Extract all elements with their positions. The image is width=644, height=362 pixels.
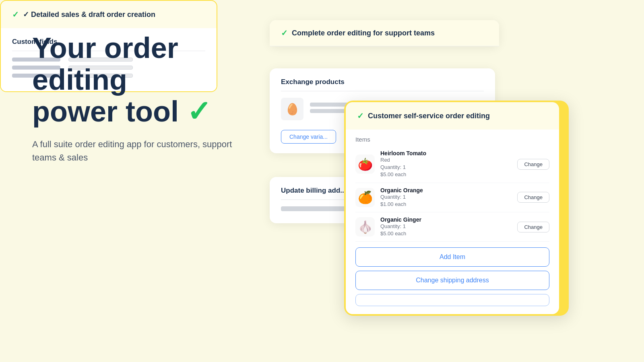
self-service-badge: ✓ Customer self-service order editing (357, 111, 548, 121)
hero-section: Your order editing power tool ✓ A full s… (32, 32, 258, 164)
card-customer-self-service: ✓ Customer self-service order editing It… (346, 102, 559, 314)
card-complete-order: ✓ Complete order editing for support tea… (270, 20, 499, 46)
orange-info: Organic Orange Quantity: 1$1.00 each (380, 187, 517, 208)
change-shipping-button[interactable]: Change shipping address (355, 271, 549, 290)
card-main-wrapper: ✓ Customer self-service order editing It… (344, 101, 569, 316)
extra-action-button[interactable] (355, 294, 549, 306)
self-service-header: ✓ Customer self-service order editing (346, 102, 559, 130)
ginger-change-button[interactable]: Change (517, 222, 549, 232)
orange-name: Organic Orange (380, 187, 517, 193)
add-item-button[interactable]: Add Item (355, 247, 549, 267)
exchange-title: Exchange products (281, 78, 484, 86)
product-row-tomato: 🍅 Heirloom Tomato RedQuantity: 1$5.00 ea… (355, 146, 549, 183)
tomato-image: 🍅 (355, 154, 375, 174)
orange-change-button[interactable]: Change (517, 192, 549, 203)
ginger-name: Organic Ginger (380, 216, 517, 223)
sales-card-header: ✓ ✓ Detailed sales & draft order creatio… (1, 1, 217, 28)
tomato-detail: RedQuantity: 1$5.00 each (380, 156, 517, 179)
sales-badge: ✓ ✓ Detailed sales & draft order creatio… (12, 10, 205, 19)
ginger-info: Organic Ginger Quantity: 1$5.00 each (380, 216, 517, 237)
product-row-orange: 🍊 Organic Orange Quantity: 1$1.00 each C… (355, 183, 549, 212)
complete-order-label: Complete order editing for support teams (292, 29, 435, 37)
tomato-change-button[interactable]: Change (517, 159, 549, 170)
tomato-info: Heirloom Tomato RedQuantity: 1$5.00 each (380, 150, 517, 179)
orange-detail: Quantity: 1$1.00 each (380, 193, 517, 208)
self-service-badge-label: Customer self-service order editing (368, 112, 490, 120)
exchange-product-image: 🥚 (281, 98, 303, 120)
sales-badge-label: ✓ Detailed sales & draft order creation (23, 10, 155, 19)
items-label: Items (355, 130, 549, 146)
complete-order-badge: ✓ Complete order editing for support tea… (281, 28, 488, 38)
change-variant-button[interactable]: Change varia... (281, 130, 336, 144)
hero-subtitle: A full suite order editing app for custo… (32, 138, 258, 164)
tomato-name: Heirloom Tomato (380, 150, 517, 156)
main-heading: Your order editing power tool ✓ (32, 32, 258, 128)
sales-check-icon: ✓ (12, 10, 19, 19)
ginger-image: 🧄 (355, 217, 375, 237)
card-complete-order-header: ✓ Complete order editing for support tea… (270, 20, 499, 46)
product-row-ginger: 🧄 Organic Ginger Quantity: 1$5.00 each C… (355, 212, 549, 242)
exchange-divider (281, 91, 484, 91)
check-icon: ✓ (281, 28, 288, 38)
orange-image: 🍊 (355, 188, 375, 207)
self-service-check-icon: ✓ (357, 111, 364, 121)
self-service-body: Items 🍅 Heirloom Tomato RedQuantity: 1$5… (346, 130, 559, 314)
ginger-detail: Quantity: 1$5.00 each (380, 223, 517, 237)
hero-checkmark: ✓ (187, 96, 211, 128)
